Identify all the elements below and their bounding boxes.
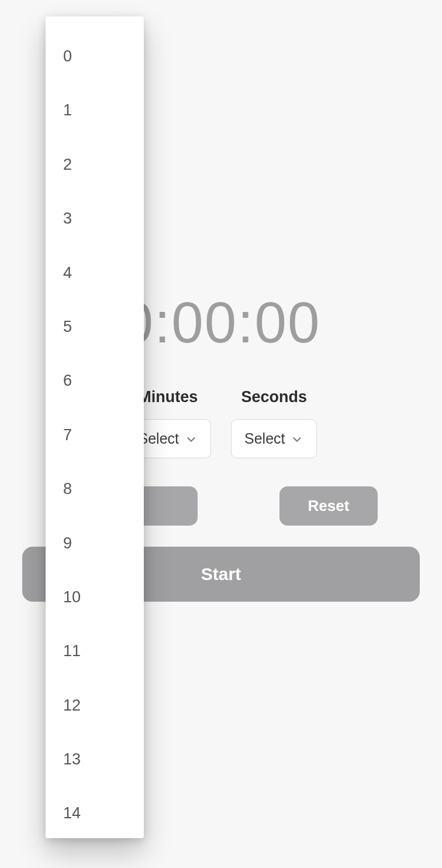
seconds-label: Seconds: [241, 388, 307, 406]
dropdown-option[interactable]: 3: [46, 191, 144, 245]
dropdown-option[interactable]: 1: [46, 83, 144, 137]
minutes-select-value: Select: [139, 430, 179, 447]
dropdown-option[interactable]: 13: [46, 732, 144, 786]
dropdown-option[interactable]: 2: [46, 138, 144, 191]
reset-button[interactable]: Reset: [279, 486, 378, 526]
selectors-row: Minutes Select Seconds Select: [125, 388, 317, 458]
dropdown-option[interactable]: 6: [46, 354, 144, 407]
dropdown-option[interactable]: 14: [46, 786, 144, 838]
minutes-label: Minutes: [138, 388, 198, 406]
dropdown-option[interactable]: 9: [46, 516, 144, 570]
dropdown-option[interactable]: 5: [46, 300, 144, 354]
chevron-down-icon: [291, 433, 303, 445]
dropdown-option[interactable]: 11: [46, 624, 144, 678]
dropdown-option[interactable]: 10: [46, 570, 144, 624]
dropdown-option[interactable]: 12: [46, 678, 144, 732]
dropdown-option[interactable]: 4: [46, 246, 144, 300]
hours-dropdown-menu[interactable]: 01234567891011121314: [46, 16, 144, 838]
seconds-select[interactable]: Select: [231, 419, 317, 458]
dropdown-option[interactable]: 8: [46, 462, 144, 516]
timer-display: 0:00:00: [122, 290, 321, 356]
dropdown-option[interactable]: 0: [46, 29, 144, 83]
chevron-down-icon: [185, 433, 198, 445]
dropdown-option[interactable]: 7: [46, 408, 144, 462]
seconds-select-value: Select: [244, 430, 285, 447]
seconds-selector-col: Seconds Select: [231, 388, 317, 458]
